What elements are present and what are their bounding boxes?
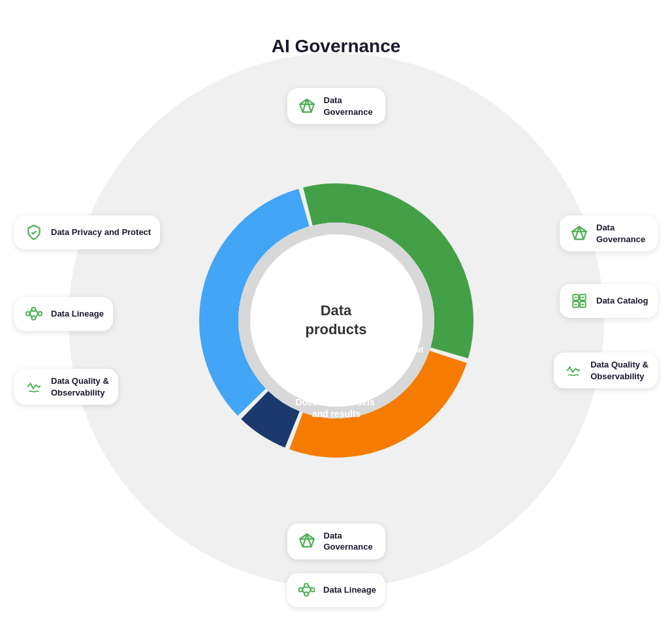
svg-line-38: [308, 586, 310, 590]
svg-rect-10: [32, 316, 35, 319]
pill-governance-right-label: DataGovernance: [596, 222, 645, 245]
svg-line-12: [30, 309, 32, 314]
diagram-container: AI Governance: [0, 0, 672, 641]
pill-lineage-bottom-label: Data Lineage: [323, 584, 376, 596]
svg-line-14: [35, 309, 38, 314]
pill-governance-bottom-label: DataGovernance: [324, 530, 373, 553]
pill-top-data-governance[interactable]: DataGovernance: [287, 88, 385, 124]
lineage-icon: [24, 304, 44, 324]
svg-line-37: [302, 589, 304, 594]
svg-rect-33: [304, 584, 308, 587]
catalog-icon: [569, 290, 590, 311]
svg-rect-34: [304, 592, 308, 595]
pill-bottom-data-lineage[interactable]: Data Lineage: [287, 573, 385, 607]
page-title: AI Governance: [272, 36, 401, 57]
pill-privacy-label: Data Privacy and Protect: [51, 227, 151, 238]
pill-bottom-data-governance[interactable]: DataGovernance: [287, 524, 385, 559]
svg-rect-9: [32, 307, 35, 311]
diamond-icon: [296, 96, 317, 117]
diamond-icon-bottom: [296, 531, 317, 552]
pill-top-label: DataGovernance: [324, 95, 373, 117]
pill-quality-right-label: Data Quality &Observability: [590, 359, 648, 382]
pill-catalog-label: Data Catalog: [596, 295, 648, 307]
svg-rect-11: [39, 312, 42, 315]
pill-right-data-quality[interactable]: Data Quality &Observability: [554, 352, 658, 388]
quality-icon-right: [563, 360, 584, 381]
pill-left-data-privacy[interactable]: Data Privacy and Protect: [14, 215, 160, 249]
svg-point-3: [250, 234, 423, 407]
pill-left-data-quality[interactable]: Data Quality &Observability: [14, 369, 118, 405]
shield-icon: [24, 222, 44, 243]
svg-rect-32: [298, 588, 302, 591]
pill-quality-left-label: Data Quality &Observability: [51, 375, 109, 398]
svg-rect-35: [311, 588, 314, 591]
svg-line-36: [302, 586, 304, 590]
diamond-icon-right: [569, 223, 590, 244]
pill-right-data-governance[interactable]: DataGovernance: [560, 215, 658, 251]
svg-line-39: [308, 589, 310, 594]
pill-left-data-lineage[interactable]: Data Lineage: [14, 297, 113, 331]
quality-icon-left: [24, 377, 44, 398]
svg-rect-8: [26, 312, 29, 315]
label-define: Define use case: [302, 279, 371, 290]
svg-line-13: [30, 313, 32, 318]
pill-right-data-catalog[interactable]: Data Catalog: [560, 284, 658, 318]
svg-line-15: [35, 313, 38, 318]
donut-chart-main: Define use case Identify and understand …: [180, 164, 493, 477]
lineage-icon-bottom: [296, 580, 317, 601]
pill-lineage-left-label: Data Lineage: [51, 308, 104, 320]
